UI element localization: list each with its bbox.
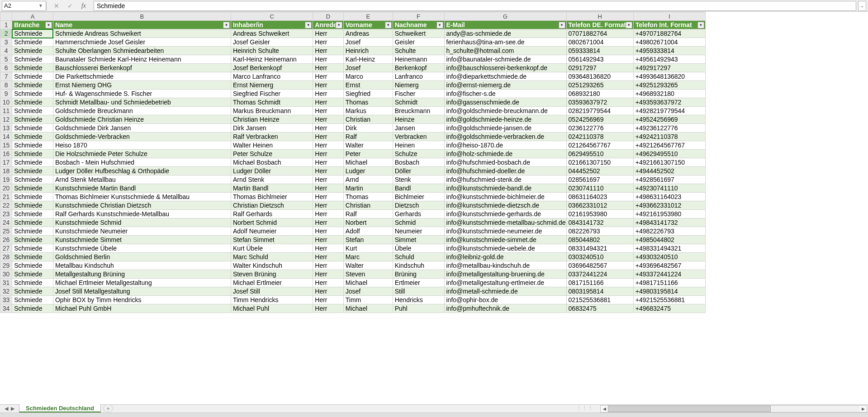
formula-input[interactable]: Schmiede bbox=[94, 1, 856, 11]
divider bbox=[46, 2, 47, 10]
name-box[interactable]: A2 ▼ bbox=[2, 1, 46, 11]
formula-text: Schmiede bbox=[97, 2, 125, 9]
accept-icon[interactable]: ✓ bbox=[65, 1, 76, 10]
fx-icon[interactable]: fx bbox=[78, 1, 89, 10]
formula-bar: A2 ▼ ✕ ✓ fx Schmiede ⌄ bbox=[0, 0, 868, 12]
expand-formula-bar-icon[interactable]: ⌄ bbox=[858, 1, 866, 11]
formula-bar-buttons: ✕ ✓ fx bbox=[51, 1, 89, 10]
chevron-down-icon[interactable]: ▼ bbox=[38, 3, 44, 8]
name-box-value: A2 bbox=[4, 2, 38, 9]
cancel-icon[interactable]: ✕ bbox=[51, 1, 62, 10]
